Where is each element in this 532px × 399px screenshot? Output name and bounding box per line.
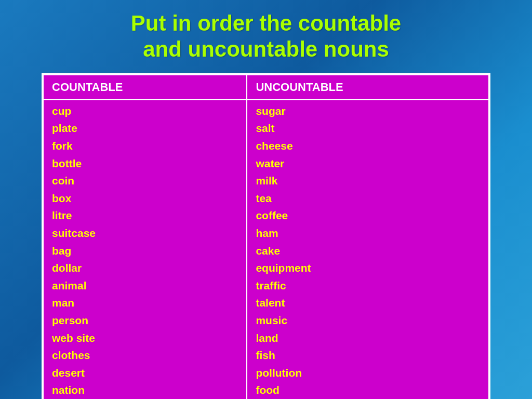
uncountable-word: tea	[256, 192, 271, 204]
nouns-table-container: COUNTABLE UNCOUNTABLE cupplateforkbottle…	[42, 73, 490, 399]
uncountable-word: equipment	[256, 262, 311, 274]
countable-word: bottle	[52, 157, 82, 169]
uncountable-word: water	[256, 157, 284, 169]
uncountable-word: traffic	[256, 280, 286, 291]
countable-words-cell: cupplateforkbottlecoinboxlitresuitcaseba…	[43, 100, 247, 399]
countable-word: box	[52, 192, 71, 204]
uncountable-words-cell: sugarsaltcheesewatermilkteacoffeehamcake…	[247, 100, 489, 399]
countable-word: man	[52, 297, 74, 309]
uncountable-word: talent	[256, 297, 285, 309]
uncountable-word: cake	[256, 245, 280, 257]
countable-word: plate	[52, 122, 77, 134]
countable-word: dollar	[52, 262, 82, 274]
uncountable-word: coffee	[256, 209, 288, 221]
uncountable-word: salt	[256, 122, 274, 134]
nouns-table: COUNTABLE UNCOUNTABLE cupplateforkbottle…	[43, 74, 489, 399]
uncountable-word: sugar	[256, 105, 285, 117]
countable-word: person	[52, 314, 88, 326]
uncountable-word: fish	[256, 349, 275, 361]
countable-word: web site	[52, 332, 95, 344]
uncountable-word: land	[256, 332, 278, 344]
uncountable-word: ham	[256, 227, 278, 239]
countable-word: animal	[52, 280, 87, 291]
uncountable-word: pollution	[256, 367, 302, 379]
countable-word: bag	[52, 245, 71, 257]
countable-word: cup	[52, 105, 71, 117]
countable-word: nation	[52, 384, 85, 396]
countable-word: litre	[52, 209, 72, 221]
uncountable-word: music	[256, 314, 287, 326]
countable-word: clothes	[52, 349, 90, 361]
countable-header: COUNTABLE	[43, 75, 247, 100]
uncountable-header: UNCOUNTABLE	[247, 75, 489, 100]
uncountable-word: cheese	[256, 140, 292, 152]
uncountable-word: food	[256, 384, 279, 396]
countable-word: fork	[52, 140, 73, 152]
countable-word: desert	[52, 367, 85, 379]
page-title: Put in order the countable and uncountab…	[131, 10, 401, 63]
countable-word: coin	[52, 175, 74, 187]
uncountable-word: milk	[256, 175, 277, 187]
countable-word: suitcase	[52, 227, 96, 239]
